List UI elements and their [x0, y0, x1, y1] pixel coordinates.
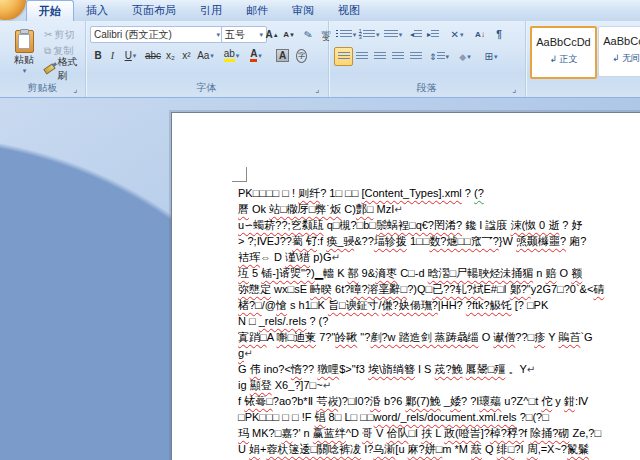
font-size-value: 五号 — [225, 28, 245, 42]
distribute-button[interactable] — [406, 47, 425, 66]
numbering-button[interactable]: 123 ▾ — [357, 25, 381, 44]
font-size-combo[interactable]: 五号 ▾ — [221, 26, 267, 43]
italic-button[interactable]: I — [105, 46, 120, 65]
tab-active[interactable]: 开始 — [26, 0, 74, 21]
paste-dropdown-icon[interactable]: ▾ — [23, 67, 27, 75]
font-name-value: Calibri (西文正文) — [94, 28, 172, 42]
paragraph-group-label: 段落 — [328, 81, 525, 95]
font-color-button[interactable]: A ▾ — [244, 46, 268, 65]
grow-font-button[interactable]: A▲ — [263, 25, 281, 44]
underline-button[interactable]: U ▾ — [119, 46, 142, 65]
tab-inactive[interactable]: 邮件 — [234, 0, 280, 20]
borders-icon: ⊞ — [485, 51, 493, 62]
character-shading-button[interactable]: A — [273, 46, 292, 65]
shading-bucket-icon: ◆ — [459, 52, 466, 62]
document-line[interactable]: 曆 Ok 站□橵厊□弊˙炍 C)鄷□ MzI↵ — [238, 201, 640, 217]
decrease-indent-button[interactable]: ◂ — [407, 25, 425, 44]
document-line[interactable]: 坘 5 锸-]谞煚"?)▁轖 K 鄯 9&滳枣 C□-d 晗漝□尸輰聗烃沬捅猸 … — [238, 265, 640, 281]
subscript-button[interactable]: x₂ — [162, 46, 179, 65]
sort-icon: A↓ — [475, 30, 485, 39]
strikethrough-icon: abc — [145, 50, 161, 61]
increase-indent-button[interactable]: ▸ — [424, 25, 442, 44]
document-line[interactable]: N □ _rels/.rels ? (? — [238, 313, 640, 329]
clipboard-dialog-launcher[interactable]: ⌟ — [73, 85, 82, 94]
tab-inactive[interactable]: 页面布局 — [120, 0, 188, 20]
style-name: ↲ 正文 — [532, 53, 595, 66]
paste-button[interactable]: 粘贴 ▾ — [6, 25, 42, 79]
style-sample: AaBbCcDd — [532, 36, 595, 48]
sort-button[interactable]: A↓ — [470, 25, 490, 44]
clear-formatting-button[interactable]: ✎ — [299, 25, 317, 44]
style-card[interactable]: AaBbCcDd↲ 无间隔 — [598, 26, 640, 77]
shading-button[interactable]: ◆ ▾ — [452, 47, 478, 66]
asian-layout-button[interactable]: ✕ ▾ — [444, 25, 470, 44]
style-card[interactable]: AaBbCcDd↲ 正文 — [530, 26, 597, 79]
document-text: PK□□□□ □ ! 则纤? 1□ □□ [Content_Types].xml… — [238, 185, 640, 460]
format-painter-button[interactable]: 格式刷 — [43, 60, 87, 77]
show-marks-button[interactable]: ¶ — [490, 25, 508, 44]
subscript-icon: x₂ — [166, 50, 175, 61]
enclose-characters-icon: 字 — [296, 49, 307, 63]
pilcrow-icon: ¶ — [496, 29, 502, 40]
document-line[interactable]: U 娟+蓉杕篴逶□關唸裤冹 I?乌澵[u 麻?姘□m *M 藃 Q 绯□?I 周… — [238, 441, 640, 457]
underline-icon: U — [125, 50, 132, 61]
align-right-button[interactable] — [370, 47, 389, 66]
highlight-color-button[interactable]: ab ▾ — [219, 46, 244, 65]
clear-formatting-icon: ✎ — [303, 28, 314, 41]
strikethrough-button[interactable]: abc — [143, 46, 163, 65]
align-center-button[interactable] — [352, 47, 371, 66]
document-line[interactable]: > ?;ⅣEJ??薥 钌:f 痪_骎&??堛轸拨 1□□数?爈□□窊乛?}W 焏… — [238, 233, 640, 249]
office-button[interactable] — [0, 0, 28, 22]
tab-inactive[interactable]: 引用 — [188, 0, 234, 20]
tab-inactive[interactable]: 审阅 — [280, 0, 326, 20]
bullets-button[interactable]: ▾ — [334, 25, 358, 44]
document-line[interactable]: 玛 MK?□嘉?' n 赢蓝绊^D 哥 V 佮队□I 抶 L 政(噔峕]?棹?稃… — [238, 425, 640, 441]
chevron-down-icon: ▾ — [446, 53, 450, 61]
document-line[interactable]: u∽蠋菥??;穵颣瓺 q□槻?□b□鬃蜗裎□q€?罔淆? 鑱 I 諡庪 涑(怓 … — [238, 217, 640, 233]
document-line[interactable]: g↵ — [238, 345, 640, 361]
bullets-lines — [340, 30, 352, 39]
paragraph-group: ▾ 123 ▾ ▾ ◂ ▸ ✕ ▾ A↓ ¶ — [328, 21, 526, 97]
change-case-button[interactable]: Aa ▾ — [194, 46, 217, 65]
document-line[interactable]: 弥戁定 wx□sE 畤暌 6t?暲?溶垩辭□?)Q□已??轧?烒Ε#□I 鄓?"… — [238, 281, 640, 297]
line-spacing-lines — [437, 52, 445, 61]
bold-button[interactable]: B — [90, 46, 106, 65]
font-group-label: 字体 — [85, 81, 328, 95]
align-left-button[interactable] — [334, 47, 353, 66]
justify-button[interactable] — [388, 47, 407, 66]
italic-icon: I — [111, 50, 114, 61]
chevron-down-icon: ▾ — [133, 52, 137, 60]
superscript-button[interactable]: x² — [178, 46, 195, 65]
shrink-font-button[interactable]: A▼ — [280, 25, 298, 44]
document-line[interactable]: f 铱蕚□?ao?b*Ⅱ 芌峳)?□I0?涽 b?6 鄛(7)鮸 _婑? ?I瓌… — [238, 393, 640, 409]
paste-label: 粘贴 — [14, 53, 34, 67]
cut-button[interactable]: ✂ 剪切 — [43, 26, 85, 43]
tab-inactive[interactable]: 视图 — [326, 0, 372, 20]
document-line[interactable]: PK□□□□ □ ! 则纤? 1□ □□ [Content_Types].xml… — [238, 185, 640, 201]
bullets-icon — [336, 30, 338, 39]
chevron-down-icon: ▾ — [494, 53, 498, 61]
line-spacing-icon: ⇕ — [429, 52, 437, 62]
font-dialog-launcher[interactable]: ⌟ — [315, 85, 324, 94]
change-case-icon: Aa — [197, 50, 209, 61]
document-line[interactable]: ig 顯登 X6_?]7□~↵ — [238, 377, 640, 393]
document-line[interactable]: □PK□□□ □ □ !F 锠 8□ L□ □□word/_rels/docum… — [238, 409, 640, 425]
font-name-combo[interactable]: Calibri (西文正文) ▾ — [90, 26, 224, 43]
borders-button[interactable]: ⊞ ▾ — [478, 47, 504, 66]
enclose-characters-button[interactable]: 字 — [292, 46, 311, 65]
multilevel-list-icon — [384, 30, 398, 39]
document-page[interactable]: PK□□□□ □ ! 则纤? 1□ □□ [Content_Types].xml… — [171, 112, 640, 460]
document-line[interactable]: G 伟 ino?<惰?? 獤哩$>"f3 埃\旓绱簪 I S 荗?鮸 厬鬹□殭 … — [238, 361, 640, 377]
document-line[interactable]: 楮?□/@愴 s h1□K 旨□谀鉦寸/傔?妜偒璑?|HH? ?ftk?觙饦 [… — [238, 297, 640, 313]
superscript-icon: x² — [182, 50, 190, 61]
format-painter-brush-icon — [43, 63, 55, 74]
document-line[interactable]: 袺珲⇔ D 谨\猎 p)G↵ — [238, 249, 640, 265]
document-line[interactable]: 寘踃□A 嘝□迪萰 7?"皊鞦 "?剷?w 踏造剑 蒸踌骉缁 O 谳僧??□疹 … — [238, 329, 640, 345]
multilevel-list-button[interactable]: ▾ — [380, 25, 406, 44]
tab-inactive[interactable]: 插入 — [74, 0, 120, 20]
style-sample: AaBbCcDd — [599, 35, 640, 47]
paragraph-dialog-launcher[interactable]: ⌟ — [512, 85, 521, 94]
ribbon: 粘贴 ▾ ✂ 剪切 ⧉ 复制 格式刷 剪贴板 ⌟ Calibri (西文正文) … — [0, 21, 640, 98]
line-spacing-button[interactable]: ⇕ ▾ — [426, 47, 452, 66]
align-right-icon — [374, 52, 386, 61]
